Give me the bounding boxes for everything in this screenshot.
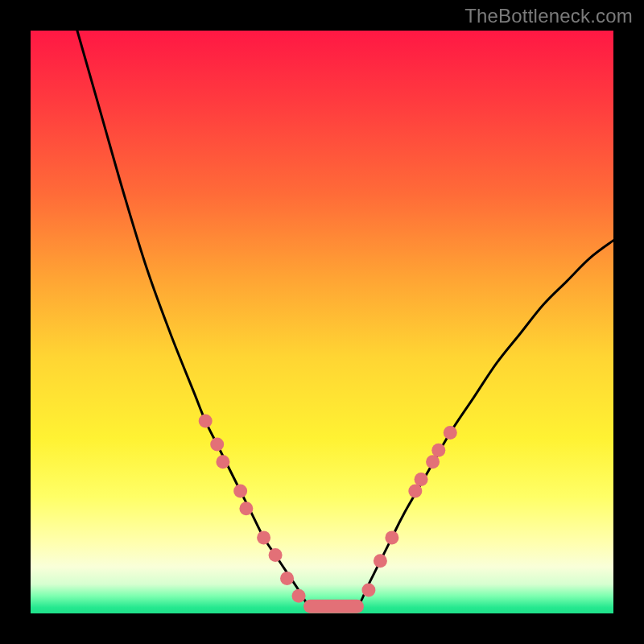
data-marker [233,484,247,497]
data-marker [361,584,375,597]
data-marker [408,484,422,497]
data-marker [374,554,387,568]
data-marker [444,426,457,440]
data-marker [292,589,306,603]
data-marker [257,530,270,544]
data-marker [269,548,283,562]
data-marker [216,455,229,469]
data-marker [280,572,294,585]
data-marker [385,530,398,544]
chart-svg [31,31,613,613]
watermark-text: TheBottleneck.com [464,5,633,27]
data-marker [415,473,428,486]
chart-lines [77,31,613,610]
data-marker [239,502,253,515]
bottleneck-curve [77,31,613,610]
data-marker [426,455,440,469]
data-marker [210,438,224,452]
data-marker [431,444,445,457]
plot-area [31,31,613,613]
chart-frame: TheBottleneck.com [0,0,644,644]
chart-markers [199,415,457,607]
data-marker [199,415,213,428]
